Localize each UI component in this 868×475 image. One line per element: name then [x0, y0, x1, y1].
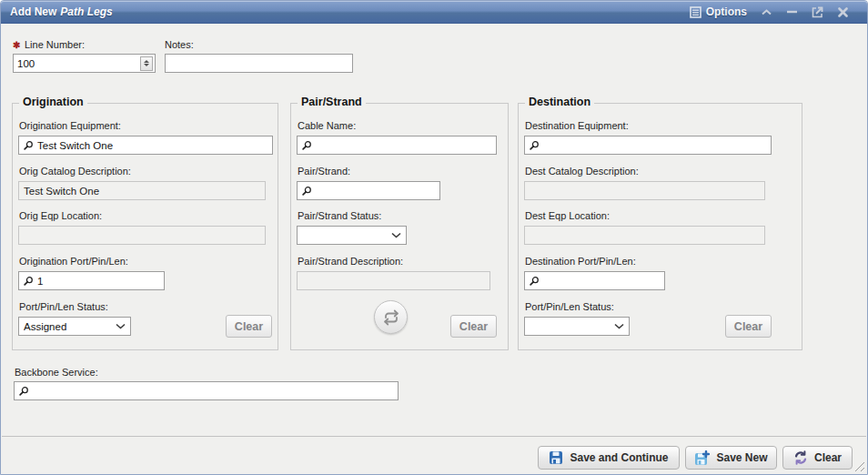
window-title-prefix: Add New — [10, 5, 56, 18]
destination-equipment-input[interactable] — [543, 140, 767, 151]
orig-eqp-location-field — [18, 226, 266, 245]
pair-strand-description-label: Pair/Strand Description: — [298, 256, 403, 267]
origination-port-input[interactable] — [37, 276, 160, 287]
backbone-service-label: Backbone Service: — [15, 367, 98, 378]
chevron-down-icon — [116, 323, 126, 329]
save-new-button[interactable]: Save New — [685, 446, 777, 470]
line-number-input[interactable] — [14, 55, 140, 72]
sync-arrows-icon — [793, 450, 808, 465]
chevron-up-icon — [762, 9, 772, 15]
destination-status-label: Port/Pin/Len Status: — [525, 301, 614, 312]
pair-strand-input[interactable] — [316, 186, 436, 197]
save-and-continue-label: Save and Continue — [570, 451, 668, 464]
destination-equipment-label: Destination Equipment: — [525, 120, 629, 131]
save-icon — [549, 450, 563, 465]
pair-swap-button[interactable] — [374, 300, 408, 334]
search-icon — [529, 140, 540, 151]
repeat-arrows-icon — [383, 309, 399, 326]
pair-strand-status-dropdown[interactable] — [297, 226, 407, 245]
dest-catalog-description-field — [524, 181, 765, 200]
pair-strand-description-field — [297, 271, 490, 290]
save-plus-icon — [694, 450, 710, 466]
pair-strand-clear-button[interactable]: Clear — [450, 315, 497, 338]
backbone-service-input[interactable] — [33, 386, 394, 397]
resize-grip[interactable] — [853, 460, 864, 471]
search-icon — [23, 140, 34, 151]
search-icon — [301, 140, 312, 151]
save-new-label: Save New — [716, 451, 767, 464]
notes-label: Notes: — [165, 39, 194, 50]
titlebar[interactable]: Add NewPath Legs Options — [1, 1, 867, 24]
dest-eqp-location-label: Dest Eqp Location: — [525, 210, 610, 221]
window-title: Add NewPath Legs — [10, 5, 113, 18]
orig-catalog-description-label: Orig Catalog Description: — [19, 166, 131, 177]
collapse-button[interactable] — [760, 5, 772, 18]
options-icon — [690, 6, 701, 18]
dest-catalog-description-label: Dest Catalog Description: — [525, 166, 639, 177]
spinner-up-icon — [144, 60, 149, 63]
origination-status-value: Assigned — [24, 321, 116, 332]
origination-status-dropdown[interactable]: Assigned — [18, 317, 131, 336]
search-icon — [23, 276, 34, 287]
search-icon — [301, 186, 312, 197]
close-button[interactable] — [836, 5, 849, 18]
destination-equipment-field[interactable] — [524, 136, 772, 155]
origination-equipment-field[interactable] — [18, 136, 273, 155]
titlebar-controls: Options — [690, 5, 867, 18]
destination-port-input[interactable] — [543, 276, 661, 287]
minimize-button[interactable] — [785, 5, 798, 18]
destination-group-title: Destination — [525, 96, 594, 108]
chevron-down-icon — [614, 323, 624, 329]
footer-clear-button[interactable]: Clear — [782, 446, 853, 470]
origination-clear-button[interactable]: Clear — [226, 315, 272, 338]
orig-catalog-description-field: Test Switch One — [18, 181, 266, 200]
line-number-label: Line Number: — [25, 39, 85, 50]
cable-name-field[interactable] — [297, 136, 497, 155]
add-new-path-legs-window: Add NewPath Legs Options — [0, 0, 868, 475]
origination-status-label: Port/Pin/Len Status: — [19, 301, 108, 312]
close-icon — [838, 7, 848, 17]
save-and-continue-button[interactable]: Save and Continue — [538, 446, 680, 470]
popout-arrow-icon — [812, 6, 823, 18]
destination-port-label: Destination Port/Pin/Len: — [525, 256, 636, 267]
required-marker: ✱ — [13, 40, 20, 50]
backbone-service-field[interactable] — [14, 381, 399, 400]
search-icon — [18, 386, 29, 397]
notes-field[interactable] — [165, 54, 353, 73]
footer-clear-label: Clear — [814, 451, 842, 464]
dest-eqp-location-field — [524, 226, 765, 245]
maximize-button[interactable] — [811, 5, 823, 18]
cable-name-label: Cable Name: — [298, 120, 356, 131]
destination-port-field[interactable] — [524, 271, 665, 290]
pair-strand-group-title: Pair/Strand — [298, 96, 366, 108]
chevron-down-icon — [391, 232, 401, 238]
pair-strand-label: Pair/Strand: — [298, 166, 350, 177]
orig-eqp-location-label: Orig Eqp Location: — [19, 210, 102, 221]
line-number-spinner[interactable] — [140, 56, 153, 71]
destination-status-dropdown[interactable] — [524, 317, 630, 336]
window-title-emphasis: Path Legs — [60, 5, 112, 18]
minus-icon — [787, 10, 797, 14]
origination-equipment-input[interactable] — [37, 140, 268, 151]
origination-port-field[interactable] — [18, 271, 165, 290]
origination-equipment-label: Origination Equipment: — [19, 120, 121, 131]
destination-clear-button[interactable]: Clear — [725, 315, 772, 338]
line-number-field[interactable] — [13, 54, 156, 73]
origination-port-label: Origination Port/Pin/Len: — [19, 256, 128, 267]
spinner-down-icon — [144, 64, 149, 66]
footer-divider — [2, 436, 866, 437]
search-icon — [529, 276, 540, 287]
pair-strand-field[interactable] — [297, 181, 440, 200]
origination-group-title: Origination — [19, 96, 87, 108]
options-button[interactable]: Options — [690, 5, 747, 18]
pair-strand-status-label: Pair/Strand Status: — [298, 210, 381, 221]
notes-input[interactable] — [166, 56, 352, 73]
cable-name-input[interactable] — [316, 140, 492, 151]
options-label: Options — [706, 5, 747, 18]
